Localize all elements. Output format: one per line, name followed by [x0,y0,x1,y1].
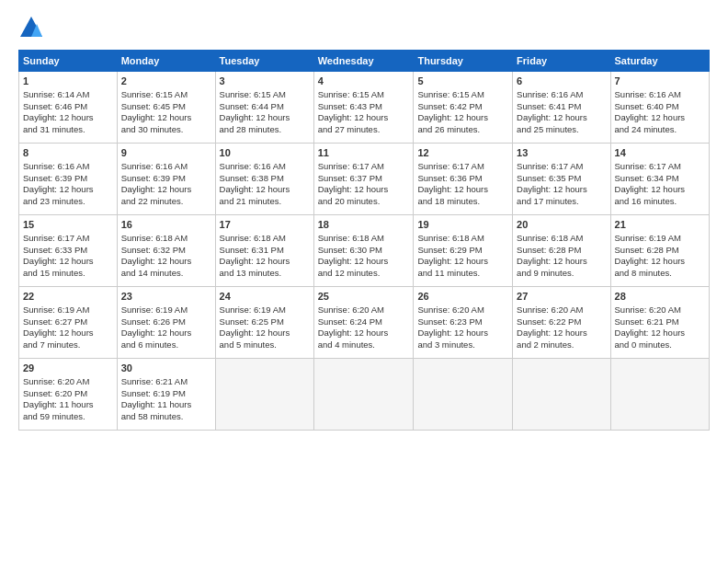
day-info-line: Sunset: 6:19 PM [121,388,211,400]
calendar-cell: 4Sunrise: 6:15 AMSunset: 6:43 PMDaylight… [313,72,414,144]
day-header-tuesday: Tuesday [215,51,313,72]
day-number: 23 [121,290,211,304]
day-number: 5 [417,75,508,88]
day-header-monday: Monday [117,51,215,72]
day-info-line: Daylight: 12 hours [417,112,508,124]
day-info-line: and 5 minutes. [220,339,310,351]
day-info-line: Sunrise: 6:21 AM [121,376,211,388]
calendar-cell: 5Sunrise: 6:15 AMSunset: 6:42 PMDaylight… [414,72,513,144]
day-info-line: Sunrise: 6:17 AM [318,161,410,173]
day-info-line: and 28 minutes. [220,124,310,136]
day-info-line: and 15 minutes. [23,268,113,280]
day-info-line: Daylight: 12 hours [318,256,410,268]
day-info-line: Sunrise: 6:15 AM [417,89,508,101]
calendar-cell: 20Sunrise: 6:18 AMSunset: 6:28 PMDayligh… [513,215,610,287]
day-info-line: Sunset: 6:39 PM [23,173,113,185]
day-info-line: and 27 minutes. [318,124,410,136]
week-row-1: 1Sunrise: 6:14 AMSunset: 6:46 PMDaylight… [19,72,710,144]
day-info-line: Daylight: 12 hours [220,327,310,339]
day-number: 13 [517,146,606,160]
calendar-cell [313,359,414,431]
day-number: 21 [615,218,705,232]
day-info-line: and 26 minutes. [417,124,508,136]
day-info-line: and 2 minutes. [517,339,606,351]
day-info-line: Sunrise: 6:16 AM [121,161,211,173]
day-info-line: and 31 minutes. [23,124,113,136]
day-info-line: Sunrise: 6:15 AM [220,89,310,101]
calendar-cell: 11Sunrise: 6:17 AMSunset: 6:37 PMDayligh… [313,144,414,215]
day-number: 12 [417,146,508,160]
day-info-line: Sunrise: 6:16 AM [220,161,310,173]
day-info-line: Sunrise: 6:19 AM [615,233,705,245]
day-header-saturday: Saturday [610,51,709,72]
day-info-line: and 30 minutes. [121,124,211,136]
day-info-line: and 14 minutes. [121,268,211,280]
day-info-line: Sunset: 6:46 PM [23,101,113,113]
day-number: 29 [23,362,113,375]
day-info-line: and 7 minutes. [23,339,113,351]
day-info-line: Daylight: 12 hours [615,256,705,268]
day-info-line: and 17 minutes. [517,196,606,208]
calendar-cell: 22Sunrise: 6:19 AMSunset: 6:27 PMDayligh… [19,287,118,359]
calendar-cell: 8Sunrise: 6:16 AMSunset: 6:39 PMDaylight… [19,144,118,215]
day-number: 17 [220,218,310,232]
day-number: 9 [121,146,211,160]
day-info-line: and 11 minutes. [417,268,508,280]
day-info-line: Sunrise: 6:15 AM [121,89,211,101]
week-row-5: 29Sunrise: 6:20 AMSunset: 6:20 PMDayligh… [19,359,710,431]
calendar-cell: 26Sunrise: 6:20 AMSunset: 6:23 PMDayligh… [414,287,513,359]
day-info-line: Sunrise: 6:18 AM [417,233,508,245]
day-info-line: Daylight: 12 hours [615,112,705,124]
day-info-line: Sunrise: 6:17 AM [517,161,606,173]
calendar-cell: 21Sunrise: 6:19 AMSunset: 6:28 PMDayligh… [610,215,709,287]
calendar-cell: 6Sunrise: 6:16 AMSunset: 6:41 PMDaylight… [513,72,610,144]
day-info-line: Daylight: 12 hours [517,112,606,124]
day-info-line: Daylight: 11 hours [23,399,113,411]
day-info-line: Sunrise: 6:16 AM [517,89,606,101]
day-info-line: Sunset: 6:23 PM [417,316,508,328]
day-info-line: Sunset: 6:33 PM [23,245,113,257]
day-info-line: Sunset: 6:26 PM [121,316,211,328]
day-number: 19 [417,218,508,232]
day-info-line: Sunset: 6:40 PM [615,101,705,113]
day-number: 7 [615,75,705,88]
day-info-line: Sunset: 6:43 PM [318,101,410,113]
day-number: 2 [121,75,211,88]
day-info-line: Sunset: 6:34 PM [615,173,705,185]
day-number: 28 [615,290,705,304]
day-info-line: Daylight: 11 hours [121,399,211,411]
calendar-cell: 12Sunrise: 6:17 AMSunset: 6:36 PMDayligh… [414,144,513,215]
day-info-line: Sunrise: 6:17 AM [23,233,113,245]
day-info-line: Daylight: 12 hours [121,112,211,124]
day-info-line: and 22 minutes. [121,196,211,208]
day-info-line: Sunset: 6:45 PM [121,101,211,113]
day-info-line: Sunset: 6:21 PM [615,316,705,328]
calendar-cell: 24Sunrise: 6:19 AMSunset: 6:25 PMDayligh… [215,287,313,359]
day-info-line: Sunset: 6:32 PM [121,245,211,257]
day-info-line: Daylight: 12 hours [23,327,113,339]
day-number: 8 [23,146,113,160]
day-number: 20 [517,218,606,232]
day-info-line: Sunrise: 6:20 AM [318,304,410,316]
day-number: 30 [121,362,211,375]
day-info-line: Sunset: 6:35 PM [517,173,606,185]
day-number: 10 [220,146,310,160]
day-info-line: Daylight: 12 hours [220,112,310,124]
day-header-friday: Friday [513,51,610,72]
header [18,15,710,40]
day-info-line: and 8 minutes. [615,268,705,280]
day-number: 27 [517,290,606,304]
day-info-line: Daylight: 12 hours [517,184,606,196]
day-number: 22 [23,290,113,304]
day-info-line: Sunset: 6:25 PM [220,316,310,328]
page: SundayMondayTuesdayWednesdayThursdayFrid… [0,0,728,563]
calendar-cell: 29Sunrise: 6:20 AMSunset: 6:20 PMDayligh… [19,359,118,431]
logo-icon [18,15,44,40]
day-header-thursday: Thursday [414,51,513,72]
day-info-line: Sunrise: 6:20 AM [417,304,508,316]
day-info-line: Sunset: 6:28 PM [615,245,705,257]
calendar-cell: 28Sunrise: 6:20 AMSunset: 6:21 PMDayligh… [610,287,709,359]
calendar-cell: 27Sunrise: 6:20 AMSunset: 6:22 PMDayligh… [513,287,610,359]
calendar-cell: 7Sunrise: 6:16 AMSunset: 6:40 PMDaylight… [610,72,709,144]
day-info-line: Sunrise: 6:18 AM [220,233,310,245]
